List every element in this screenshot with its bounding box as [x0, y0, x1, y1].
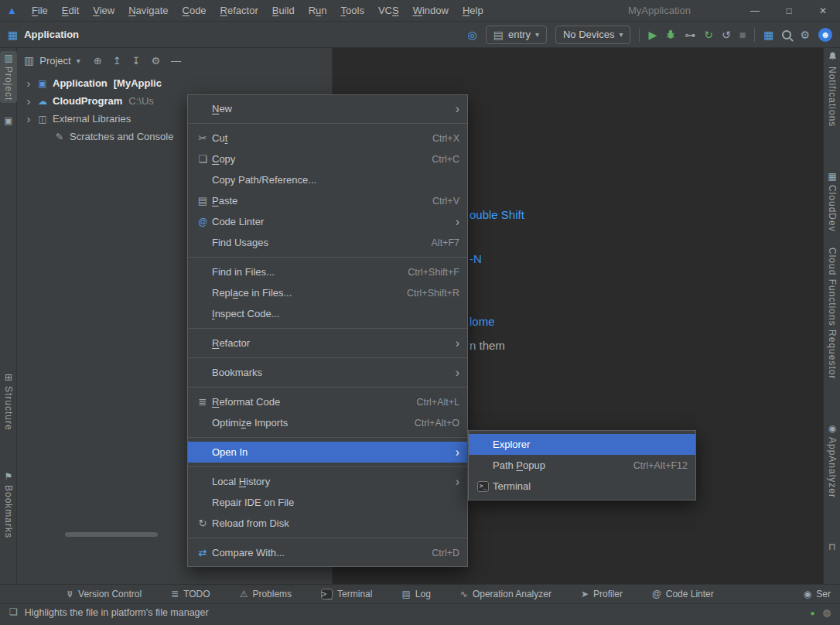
menu-item-paste[interactable]: ▤PasteCtrl+V	[188, 190, 467, 211]
tree-item-application[interactable]: ›▣Application[MyApplic	[17, 74, 332, 92]
menu-item-cut[interactable]: ✂CutCtrl+X	[188, 128, 467, 149]
menu-item-reload-from-disk[interactable]: ↻Reload from Disk	[188, 513, 467, 534]
run-button[interactable]: ▶	[648, 29, 657, 40]
panel-settings-gear-icon[interactable]: ⚙	[151, 55, 160, 67]
toolwindow-switcher-icon[interactable]: ❏	[9, 607, 18, 616]
tool-button-log[interactable]: ▤Log	[401, 589, 430, 599]
tool-button-project-files[interactable]: ▣	[0, 116, 17, 125]
menu-item-terminal[interactable]: >_Terminal	[469, 476, 695, 497]
project-view-title[interactable]: Project	[39, 55, 70, 67]
menu-navigate[interactable]: Navigate	[121, 0, 175, 21]
account-avatar[interactable]: ☻	[818, 28, 832, 42]
hide-stripe-button[interactable]: ⊓	[824, 542, 840, 552]
expand-all-icon[interactable]: ↥	[113, 55, 121, 67]
module-selector[interactable]: ▤ entry ▾	[486, 26, 547, 44]
bookmark-icon: ⚑	[5, 472, 13, 481]
tool-button-structure[interactable]: ⊞ Structure	[0, 373, 17, 431]
menu-separator	[188, 437, 467, 438]
tool-button-terminal[interactable]: >_Terminal	[321, 589, 372, 599]
menu-item-label: Find Usages	[212, 237, 268, 248]
menu-item-optimize-imports[interactable]: Optimize ImportsCtrl+Alt+O	[188, 412, 467, 433]
tool-button-version-control[interactable]: ⋔Version Control	[66, 589, 142, 599]
debug-button[interactable]	[665, 29, 676, 41]
menu-item-reformat-code[interactable]: ≣Reformat CodeCtrl+Alt+L	[188, 391, 467, 412]
menu-item-right: Alt+F7	[432, 237, 459, 248]
locate-file-icon[interactable]: ⊕	[94, 55, 102, 67]
stripe-label: Bookmarks	[3, 485, 14, 538]
tool-button-ser[interactable]: ◉Ser	[804, 589, 831, 599]
chevron-down-icon[interactable]: ▾	[77, 56, 80, 65]
close-button[interactable]: ✕	[806, 0, 840, 21]
menu-item-inspect-code[interactable]: Inspect Code...	[188, 303, 467, 324]
restart-app-icon[interactable]: ↻	[704, 29, 713, 40]
minimize-button[interactable]: —	[738, 0, 772, 21]
menu-separator	[188, 123, 467, 124]
menu-vcs[interactable]: VCS	[371, 0, 406, 21]
menu-code[interactable]: Code	[176, 0, 213, 21]
tool-button-todo[interactable]: ≣TODO	[171, 589, 210, 599]
horizontal-scrollbar[interactable]	[65, 532, 158, 537]
menu-file[interactable]: File	[25, 0, 55, 21]
menu-item-copy[interactable]: ❏CopyCtrl+C	[188, 149, 467, 169]
attach-debugger-icon[interactable]: ⊶	[685, 29, 695, 40]
menu-item-code-linter[interactable]: @Code Linter›	[188, 211, 467, 232]
settings-gear-icon[interactable]: ⚙	[800, 29, 810, 40]
menu-item-new[interactable]: New›	[188, 98, 467, 119]
maximize-button[interactable]: □	[772, 0, 806, 21]
menu-item-copy-path-reference[interactable]: Copy Path/Reference...	[188, 169, 467, 190]
status-indicator-icon[interactable]: ◍	[823, 607, 831, 618]
window-title: MyApplication	[628, 0, 691, 21]
search-icon[interactable]	[782, 30, 791, 39]
menu-item-path-popup[interactable]: Path PopupCtrl+Alt+F12	[469, 455, 695, 476]
tool-button-clouddev[interactable]: ▦ CloudDev	[824, 172, 840, 232]
menu-help[interactable]: Help	[456, 0, 490, 21]
menu-item-repair-ide-on-file[interactable]: Repair IDE on File	[188, 492, 467, 513]
tool-button-code-linter[interactable]: @Code Linter	[652, 589, 714, 599]
run-with-coverage-icon[interactable]: ↺	[722, 29, 731, 40]
tool-button-problems[interactable]: ⚠Problems	[240, 589, 292, 599]
stripe-label: AppAnalyzer	[827, 437, 838, 498]
menu-separator	[188, 257, 467, 258]
device-selector[interactable]: No Devices ▾	[555, 26, 631, 44]
chevron-down-icon: ▾	[535, 30, 539, 39]
menu-item-explorer[interactable]: Explorer	[469, 434, 695, 455]
menu-item-label: New	[212, 103, 232, 114]
status-bar: ❏ Highlights the file in platform's file…	[0, 603, 840, 625]
menu-item-label: Reload from Disk	[212, 517, 289, 529]
tool-button-bookmarks[interactable]: ⚑ Bookmarks	[0, 472, 17, 538]
menu-item-bookmarks[interactable]: Bookmarks›	[188, 362, 467, 383]
menu-edit[interactable]: Edit	[55, 0, 86, 21]
shortcut-label: Ctrl+D	[432, 548, 459, 558]
copy-icon: ❏	[193, 154, 212, 164]
menu-item-local-history[interactable]: Local History›	[188, 471, 467, 492]
expand-chevron-icon[interactable]: ›	[25, 113, 32, 125]
tool-button-appanalyzer[interactable]: ◉ AppAnalyzer	[824, 424, 840, 498]
tool-button-notifications[interactable]: Notifications	[824, 51, 840, 127]
menu-item-refactor[interactable]: Refactor›	[188, 333, 467, 353]
expand-chevron-icon[interactable]: ›	[25, 95, 32, 107]
menu-separator	[188, 328, 467, 329]
menu-window[interactable]: Window	[406, 0, 456, 21]
menu-refactor[interactable]: Refactor	[213, 0, 265, 21]
menu-run[interactable]: Run	[302, 0, 334, 21]
menu-tools[interactable]: Tools	[334, 0, 371, 21]
menu-view[interactable]: View	[86, 0, 121, 21]
tool-button-profiler[interactable]: ➤Profiler	[581, 589, 623, 599]
tool-button-cloud-functions-requestor[interactable]: Cloud Functions Requestor	[824, 248, 840, 379]
menu-item-compare-with[interactable]: ⇄Compare With...Ctrl+D	[188, 542, 467, 563]
menu-item-replace-in-files[interactable]: Replace in Files...Ctrl+Shift+R	[188, 282, 467, 303]
tool-button-project[interactable]: ▥ Project	[0, 51, 17, 103]
menu-item-label: Cut	[212, 132, 227, 144]
device-manager-icon[interactable]: ▦	[763, 29, 773, 40]
shortcut-label: Ctrl+Alt+O	[415, 418, 459, 429]
menu-item-find-in-files[interactable]: Find in Files...Ctrl+Shift+F	[188, 261, 467, 282]
hide-panel-icon[interactable]: —	[171, 55, 181, 67]
expand-chevron-icon[interactable]: ›	[25, 77, 32, 89]
stripe-label: Structure	[3, 386, 14, 431]
menu-item-find-usages[interactable]: Find UsagesAlt+F7	[188, 232, 467, 253]
collapse-all-icon[interactable]: ↧	[132, 55, 141, 67]
sync-icon[interactable]: ◎	[468, 29, 477, 40]
menu-build[interactable]: Build	[265, 0, 302, 21]
tool-button-operation-analyzer[interactable]: ∿Operation Analyzer	[460, 589, 551, 599]
menu-item-open-in[interactable]: Open In›	[188, 442, 467, 463]
